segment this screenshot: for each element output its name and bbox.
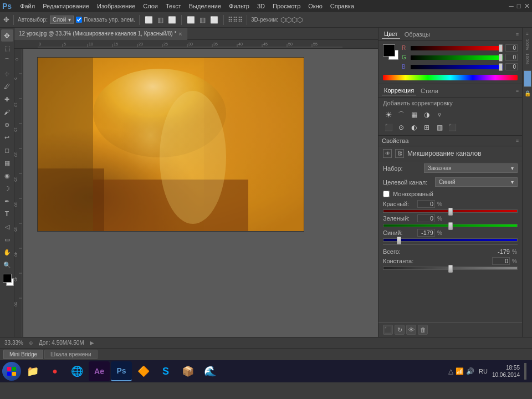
g-channel-value[interactable]: 0 [505,54,518,61]
taskbar-notify-icon[interactable]: △ [448,367,453,375]
close-btn[interactable]: ✕ [524,2,530,10]
preset-dropdown[interactable]: Заказная▾ [424,163,518,173]
layers-collapse-btn[interactable]: ≡ [524,30,531,38]
tab-close-btn[interactable]: × [178,30,182,37]
taskbar-app-box[interactable]: 📦 [177,361,198,381]
align-right-icon[interactable]: ⬜ [167,16,177,24]
g-channel-slider[interactable] [411,55,503,60]
zoom-tool-btn[interactable]: 🔍 [1,259,13,271]
menu-help[interactable]: Справка [326,2,358,11]
taskbar-app-folder[interactable]: 📁 [22,361,43,381]
threshold-icon[interactable]: ⬛ [383,122,394,133]
const-slider[interactable] [383,267,518,270]
taskbar-app-chrome[interactable]: 🌐 [66,361,88,381]
delete-icon[interactable]: 🗑 [418,325,428,335]
move-tool-btn[interactable]: ✥ [1,29,13,42]
levels-icon[interactable]: ▦ [408,109,420,120]
eyedropper-tool-btn[interactable]: 🖊 [1,80,13,93]
show-desktop-btn[interactable] [524,363,526,380]
target-channel-dropdown[interactable]: Синий▾ [435,177,518,187]
taskbar-app-ae[interactable]: Ae [89,361,110,381]
menu-file[interactable]: Файл [16,2,39,11]
foreground-color-swatch[interactable] [3,274,12,283]
solid-color-icon[interactable]: ⬛ [447,122,458,133]
start-button[interactable] [2,362,21,381]
clip-layer-icon[interactable]: ⬛ [383,325,393,335]
b-channel-value[interactable]: 0 [505,63,518,70]
lock-icon[interactable]: 🔒 [524,90,531,96]
timeline-tab[interactable]: Шкала времени [44,350,97,359]
shape-tool-btn[interactable]: ▭ [1,233,13,245]
minimize-btn[interactable]: ─ [509,2,514,10]
green-mix-value[interactable]: 0 [417,214,435,222]
samples-panel-tab[interactable]: Образцы [400,30,434,39]
styles-tab[interactable]: Стили [416,86,443,95]
taskbar-app-s[interactable]: S [155,361,176,381]
align-top-icon[interactable]: ⬜ [186,16,196,24]
mini-bridge-tab[interactable]: Mini Bridge [3,350,43,359]
gradient-tool-btn[interactable]: ▦ [1,157,13,169]
r-channel-value[interactable]: 0 [505,44,518,52]
colorbalance-icon[interactable]: ▿ [434,109,445,120]
reset-icon[interactable]: ↻ [395,325,405,335]
invert-icon[interactable]: ◐ [408,122,420,133]
color-panel-tab[interactable]: Цвет [382,29,400,39]
hide-icon[interactable]: 👁 [406,325,416,335]
align-bottom-icon[interactable]: ⬜ [209,16,219,24]
taskbar-lang[interactable]: RU [479,368,488,375]
maximize-btn[interactable]: □ [517,2,521,10]
hand-tool-btn[interactable]: ✋ [1,246,13,258]
taskbar-sound-icon[interactable]: 🔊 [466,367,474,375]
blue-mix-slider[interactable] [383,238,518,242]
curves-icon[interactable]: ⌒ [396,109,407,120]
pen-tool-btn[interactable]: ✒ [1,195,13,207]
dodge-tool-btn[interactable]: ☽ [1,182,13,195]
brightness-icon[interactable]: ☀ [383,109,394,120]
menu-image[interactable]: Изображение [93,2,139,11]
mixer-icon[interactable]: ⊞ [421,122,432,133]
menu-selection[interactable]: Выделение [185,2,225,11]
taskbar-app-red[interactable]: ● [44,361,65,381]
blur-tool-btn[interactable]: ◉ [1,170,13,182]
brush-tool-btn[interactable]: 🖌 [1,106,13,118]
menu-layers[interactable]: Слои [139,2,162,11]
clone-tool-btn[interactable]: ⊕ [1,119,13,131]
autoselect-dropdown[interactable]: Слой▾ [50,16,74,24]
color-spectrum-bar[interactable] [383,75,518,80]
show-transform-checkbox-label[interactable]: Показать упр. элем. [76,17,135,23]
align-center-v-icon[interactable]: ▥ [198,16,207,24]
hsl-icon[interactable]: ◑ [421,109,432,120]
crop-tool-btn[interactable]: ⊹ [1,68,13,80]
canvas-viewport[interactable] [23,49,378,337]
align-center-h-icon[interactable]: ▥ [156,16,165,24]
vibrance-icon[interactable]: ⊙ [396,122,407,133]
menu-3d[interactable]: 3D [253,2,269,11]
menu-filter[interactable]: Фильтр [225,2,253,11]
lasso-tool-btn[interactable]: ⌒ [1,55,13,67]
progress-indicator[interactable]: ▶ [90,340,94,346]
menu-edit[interactable]: Редактирование [39,2,93,11]
history-brush-btn[interactable]: ↩ [1,131,13,144]
blue-mix-value[interactable]: -179 [417,229,435,237]
taskbar-app-ps-active[interactable]: Ps [111,361,132,381]
layer-vis-icon[interactable]: 👁 [383,149,392,158]
correction-tab[interactable]: Коррекция [382,86,416,95]
monochrome-checkbox[interactable] [383,191,390,197]
layer-link-icon[interactable]: ⛓ [395,149,404,158]
gradient-map-icon[interactable]: ▥ [434,122,445,133]
select-rect-tool-btn[interactable]: ⬚ [1,42,13,54]
menu-view[interactable]: Просмотр [269,2,304,11]
b-channel-slider[interactable] [411,65,503,69]
menu-window[interactable]: Окно [304,2,326,11]
path-tool-btn[interactable]: ◁ [1,221,13,233]
taskbar-app-wave[interactable]: 🌊 [200,361,221,381]
r-channel-slider[interactable] [411,46,503,50]
red-mix-slider[interactable] [383,209,518,213]
taskbar-app-orange[interactable]: 🔶 [133,361,154,381]
text-tool-btn[interactable]: T [1,208,13,220]
taskbar-network-icon[interactable]: 📶 [456,367,464,375]
align-left-icon[interactable]: ⬜ [144,16,154,24]
show-transform-checkbox[interactable] [76,17,82,23]
const-value[interactable]: 0 [492,257,510,265]
green-mix-slider[interactable] [383,224,518,227]
